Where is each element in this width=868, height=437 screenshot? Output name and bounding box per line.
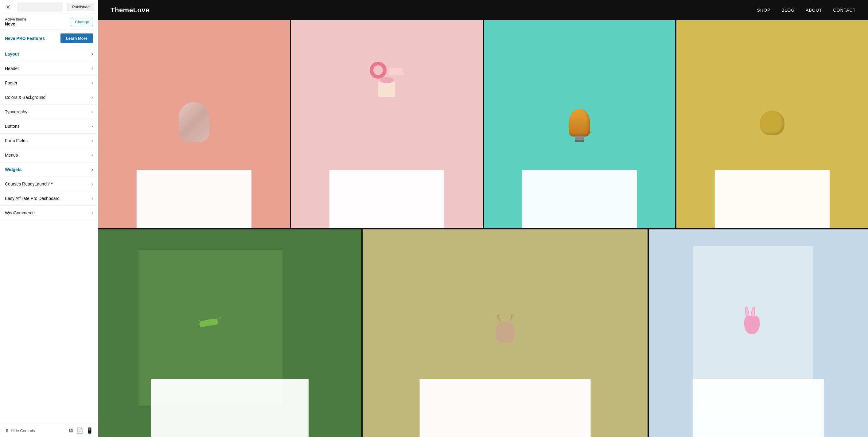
chevron-icon: ›: [92, 66, 93, 71]
nav-item-label: Typography: [5, 109, 27, 114]
white-card-5: [151, 379, 309, 437]
right-panel: ThemeLove SHOPBLOGABOUTCONTACT: [98, 0, 868, 437]
white-card-1: [136, 170, 251, 228]
nav-item-easy-affiliate-pro-dashboard[interactable]: Easy Affiliate Pro Dashboard›: [0, 191, 98, 206]
chevron-icon: ›: [92, 80, 93, 86]
white-card-7: [693, 379, 824, 437]
nav-item-label: Courses ReadyLaunch™: [5, 182, 53, 186]
chevron-icon: ›: [92, 138, 93, 144]
active-theme-bar: Active theme Neve Change: [0, 14, 98, 30]
nav-item-layout[interactable]: Layout›: [0, 47, 98, 61]
white-card-2: [330, 170, 444, 228]
neve-pro-label: Neve PRO Features: [5, 36, 45, 41]
white-card-6: [420, 379, 590, 437]
gallery-cell-4: [676, 20, 868, 228]
nav-item-colors--background[interactable]: Colors & Background›: [0, 90, 98, 105]
nav-item-header[interactable]: Header›: [0, 61, 98, 76]
left-panel: ✕ Published Active theme Neve Change Nev…: [0, 0, 98, 437]
hide-controls-label: Hide Controls: [11, 428, 35, 433]
close-button[interactable]: ✕: [4, 3, 12, 11]
gallery: [98, 20, 868, 437]
neve-pro-bar: Neve PRO Features Learn More: [0, 30, 98, 47]
nav-item-label: Easy Affiliate Pro Dashboard: [5, 196, 60, 201]
chevron-icon: ›: [92, 123, 93, 129]
gallery-cell-7: [649, 229, 868, 437]
nav-item-label: WooCommerce: [5, 210, 35, 215]
gallery-cell-5: [98, 229, 361, 437]
nav-list: Layout›Header›Footer›Colors & Background…: [0, 47, 98, 424]
learn-more-button[interactable]: Learn More: [61, 33, 93, 43]
nav-item-buttons[interactable]: Buttons›: [0, 119, 98, 133]
chevron-icon: ›: [92, 167, 93, 172]
gallery-row-1: [98, 20, 868, 228]
gallery-cell-6: [363, 229, 648, 437]
bottom-bar: ⬆ Hide Controls 🖥 📄 📱: [0, 424, 98, 437]
nav-item-footer[interactable]: Footer›: [0, 76, 98, 90]
white-card-4: [715, 170, 830, 228]
nav-item-label: Header: [5, 66, 19, 71]
chevron-icon: ›: [92, 196, 93, 201]
active-theme-name: Neve: [5, 22, 26, 26]
chevron-icon: ›: [92, 109, 93, 115]
site-nav-item-contact[interactable]: CONTACT: [833, 8, 856, 12]
site-nav-item-about[interactable]: ABOUT: [806, 8, 822, 12]
gallery-cell-3: [484, 20, 676, 228]
chevron-icon: ›: [92, 181, 93, 187]
nav-item-woocommerce[interactable]: WooCommerce›: [0, 206, 98, 220]
nav-item-form-fields[interactable]: Form Fields›: [0, 133, 98, 148]
nav-item-label: Layout: [5, 52, 19, 57]
tablet-view-button[interactable]: 📄: [76, 427, 83, 434]
top-bar: ✕ Published: [0, 0, 98, 14]
nav-item-typography[interactable]: Typography›: [0, 105, 98, 119]
chevron-icon: ›: [92, 95, 93, 100]
mobile-icon: 📱: [86, 427, 93, 434]
nav-item-label: Widgets: [5, 167, 22, 172]
site-nav-item-blog[interactable]: BLOG: [781, 8, 795, 12]
chevron-icon: ›: [92, 210, 93, 216]
gallery-cell-1: [98, 20, 290, 228]
desktop-view-button[interactable]: 🖥: [68, 427, 73, 434]
chevron-icon: ›: [92, 152, 93, 158]
white-card-3: [522, 170, 637, 228]
nav-item-menus[interactable]: Menus›: [0, 148, 98, 162]
site-logo: ThemeLove: [111, 6, 150, 14]
published-button[interactable]: Published: [67, 3, 94, 11]
gallery-row-2: [98, 229, 868, 437]
nav-item-widgets[interactable]: Widgets›: [0, 162, 98, 177]
chevron-icon: ›: [92, 51, 93, 57]
hide-controls-button[interactable]: ⬆ Hide Controls: [5, 428, 35, 434]
nav-item-label: Form Fields: [5, 138, 28, 143]
change-theme-button[interactable]: Change: [71, 18, 93, 26]
site-header: ThemeLove SHOPBLOGABOUTCONTACT: [98, 0, 868, 20]
site-nav: SHOPBLOGABOUTCONTACT: [757, 8, 856, 12]
site-nav-item-shop[interactable]: SHOP: [757, 8, 771, 12]
nav-item-label: Footer: [5, 81, 17, 85]
hide-icon: ⬆: [5, 428, 9, 434]
mobile-view-button[interactable]: 📱: [86, 427, 93, 434]
active-theme-label: Active theme: [5, 17, 26, 22]
tablet-icon: 📄: [76, 427, 83, 434]
nav-item-label: Buttons: [5, 124, 19, 129]
nav-item-label: Colors & Background: [5, 95, 45, 100]
nav-item-label: Menus: [5, 153, 18, 158]
gallery-cell-2: [291, 20, 483, 228]
desktop-icon: 🖥: [68, 428, 73, 434]
nav-item-courses-readylaunch[interactable]: Courses ReadyLaunch™›: [0, 177, 98, 191]
